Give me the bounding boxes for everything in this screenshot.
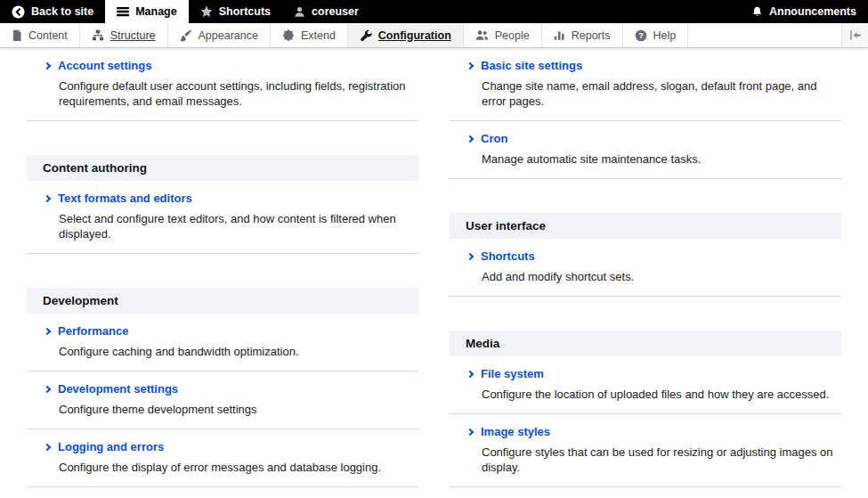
account-settings-link[interactable]: Account settings — [58, 59, 151, 72]
chevron-right-icon — [44, 194, 51, 201]
tab-content[interactable]: Content — [0, 23, 80, 47]
item-link-row: Development settings — [27, 382, 418, 396]
tab-help-label: Help — [653, 29, 677, 42]
tab-structure-label: Structure — [110, 29, 156, 42]
chevron-right-icon — [44, 443, 51, 450]
people-icon — [475, 29, 489, 41]
config-item-cron: Cron Manage automatic site maintenance t… — [450, 121, 841, 179]
tab-people[interactable]: People — [464, 23, 542, 47]
cron-link[interactable]: Cron — [481, 132, 507, 145]
chevron-right-icon — [466, 370, 474, 377]
logging-errors-link[interactable]: Logging and errors — [58, 440, 164, 453]
tab-people-label: People — [495, 29, 530, 42]
section-user-interface: User interface Shortcuts Add and modify … — [450, 213, 841, 297]
logging-errors-description: Configure the display of error messages … — [27, 460, 418, 475]
config-item-image-toolkit: Image toolkit Choose which image toolkit… — [450, 487, 841, 498]
section-header-user-interface: User interface — [450, 213, 841, 239]
collapse-left-icon — [848, 29, 862, 41]
user-icon — [294, 6, 305, 18]
item-link-row: Basic site settings — [450, 59, 841, 72]
text-formats-link[interactable]: Text formats and editors — [58, 192, 192, 205]
section-people-partial: Account settings Configure default user … — [27, 48, 418, 121]
toolbar-orientation-toggle[interactable] — [841, 23, 868, 47]
section-header-content-authoring: Content authoring — [27, 155, 418, 181]
user-menu[interactable]: coreuser — [282, 0, 370, 23]
manage-label: Manage — [135, 5, 177, 18]
manage-tab[interactable]: Manage — [105, 0, 189, 23]
chevron-right-icon — [466, 252, 474, 259]
item-link-row: Logging and errors — [27, 440, 418, 453]
brush-icon — [180, 29, 192, 42]
item-link-row: File system — [450, 367, 841, 380]
config-item-file-system: File system Configure the location of up… — [450, 356, 841, 414]
back-to-site-button[interactable]: Back to site — [0, 0, 105, 23]
chevron-right-icon — [44, 385, 51, 392]
back-circle-icon — [12, 5, 25, 19]
admin-toolbar: Content Structure Appearance Extend Conf… — [0, 23, 868, 48]
config-item-image-styles: Image styles Configure styles that can b… — [450, 414, 841, 487]
left-column: Account settings Configure default user … — [27, 48, 418, 498]
file-icon — [12, 29, 22, 42]
announcements-button[interactable]: Announcements — [740, 0, 868, 23]
puzzle-icon — [282, 29, 295, 42]
file-system-link[interactable]: File system — [481, 367, 544, 380]
development-settings-link[interactable]: Development settings — [58, 382, 178, 396]
tab-reports-label: Reports — [572, 29, 611, 42]
section-system-partial: Basic site settings Change site name, em… — [450, 48, 841, 179]
section-header-media: Media — [450, 331, 841, 356]
sitemap-icon — [92, 29, 104, 41]
config-item-logging-errors: Logging and errors Configure the display… — [27, 429, 418, 487]
item-link-row: Cron — [450, 132, 841, 145]
announcements-label: Announcements — [769, 5, 856, 18]
admin-bar: Back to site Manage Shortcuts coreuser A… — [0, 0, 868, 23]
tab-configuration[interactable]: Configuration — [348, 23, 464, 47]
chevron-right-icon — [466, 135, 474, 142]
tab-appearance[interactable]: Appearance — [168, 23, 271, 47]
shortcuts-description: Add and modify shortcut sets. — [450, 269, 841, 284]
config-item-development-settings: Development settings Configure theme dev… — [27, 371, 418, 429]
section-media: Media File system Configure the location… — [450, 331, 841, 498]
file-system-description: Configure the location of uploaded files… — [450, 387, 841, 402]
section-development: Development Performance Configure cachin… — [27, 288, 418, 498]
tab-appearance-label: Appearance — [199, 29, 258, 42]
chevron-right-icon — [44, 61, 51, 69]
section-content-authoring: Content authoring Text formats and edito… — [27, 155, 418, 254]
config-item-account-settings: Account settings Configure default user … — [27, 48, 418, 121]
tab-structure[interactable]: Structure — [80, 23, 168, 47]
account-settings-description: Configure default user account settings,… — [27, 78, 418, 109]
basic-site-settings-link[interactable]: Basic site settings — [481, 59, 582, 72]
tab-extend-label: Extend — [301, 29, 336, 42]
performance-description: Configure caching and bandwidth optimiza… — [27, 344, 418, 359]
item-link-row: Shortcuts — [450, 249, 841, 263]
bell-icon — [751, 6, 763, 18]
tab-content-label: Content — [28, 29, 68, 42]
tab-help[interactable]: ? Help — [623, 23, 689, 47]
shortcuts-link[interactable]: Shortcuts — [481, 249, 535, 263]
image-styles-link[interactable]: Image styles — [481, 425, 550, 438]
tab-reports[interactable]: Reports — [542, 23, 623, 47]
help-icon: ? — [635, 29, 647, 42]
config-item-text-formats: Text formats and editors Select and conf… — [27, 181, 418, 254]
config-item-basic-site-settings: Basic site settings Change site name, em… — [450, 48, 841, 121]
svg-text:?: ? — [638, 31, 644, 40]
config-item-maintenance-mode: Maintenance mode Take the site offline f… — [27, 487, 418, 498]
image-styles-description: Configure styles that can be used for re… — [450, 445, 841, 475]
basic-site-settings-description: Change site name, email address, slogan,… — [450, 78, 841, 109]
hamburger-menu-icon — [117, 5, 129, 18]
item-link-row: Image styles — [450, 425, 841, 438]
item-link-row: Account settings — [27, 59, 418, 72]
text-formats-description: Select and configure text editors, and h… — [27, 211, 418, 241]
tab-extend[interactable]: Extend — [271, 23, 348, 47]
item-link-row: Text formats and editors — [27, 192, 418, 205]
development-settings-description: Configure theme development settings — [27, 402, 418, 417]
configuration-page: Account settings Configure default user … — [0, 48, 868, 498]
config-item-shortcuts: Shortcuts Add and modify shortcut sets. — [450, 239, 841, 297]
tab-configuration-label: Configuration — [378, 29, 451, 42]
performance-link[interactable]: Performance — [58, 324, 128, 338]
admin-bar-spacer — [370, 0, 740, 23]
chevron-right-icon — [44, 327, 51, 334]
config-item-performance: Performance Configure caching and bandwi… — [27, 314, 418, 371]
star-icon — [200, 5, 213, 18]
bar-chart-icon — [554, 29, 565, 41]
shortcuts-tab[interactable]: Shortcuts — [189, 0, 282, 23]
